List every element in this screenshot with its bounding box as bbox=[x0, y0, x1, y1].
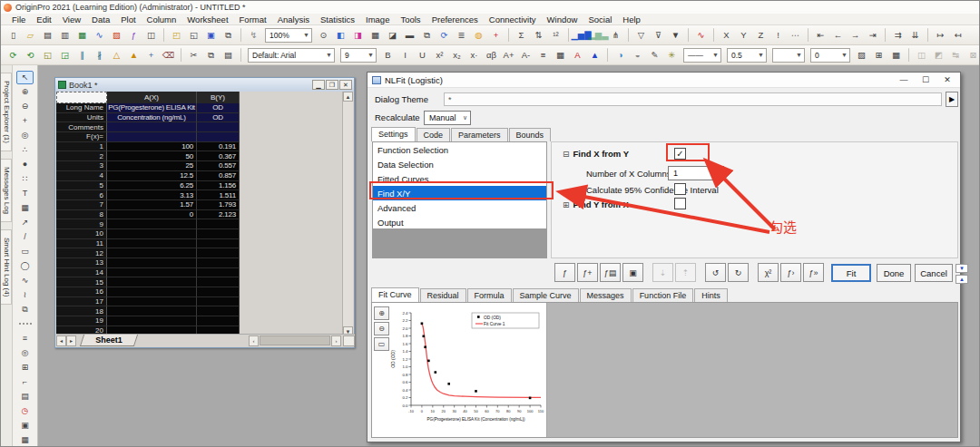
cell-a[interactable] bbox=[107, 268, 197, 278]
cell-a[interactable]: 100 bbox=[107, 142, 197, 152]
sheet-tab[interactable]: Sheet1 bbox=[80, 335, 138, 346]
cell-b[interactable]: OD bbox=[197, 113, 240, 123]
row-header[interactable]: 16 bbox=[56, 287, 107, 297]
cell-b[interactable] bbox=[197, 268, 240, 278]
smart-hint-log-tab[interactable]: Smart Hint Log (4) bbox=[1, 229, 12, 305]
cell-b[interactable]: 1.156 bbox=[197, 181, 240, 191]
table-format-icon[interactable]: ▦ bbox=[888, 47, 904, 63]
script-window-icon[interactable]: ◪ bbox=[385, 27, 400, 43]
bold-icon[interactable]: B bbox=[380, 47, 396, 63]
cell-b[interactable]: 0.367 bbox=[197, 151, 240, 161]
prev-sheet-icon[interactable]: ◂ bbox=[56, 335, 66, 346]
arrow-tool-icon[interactable]: ↗ bbox=[16, 216, 34, 229]
zoom-out-tool-icon[interactable]: ⊖ bbox=[16, 100, 34, 113]
cell-b[interactable]: 1.511 bbox=[197, 190, 240, 200]
book1-title-bar[interactable]: Book1 * ▁ ❐ ✕ bbox=[55, 78, 354, 92]
move-left-icon[interactable]: ↤ bbox=[950, 27, 965, 43]
cell-b[interactable]: 0.557 bbox=[197, 161, 240, 171]
separator[interactable] bbox=[163, 28, 164, 42]
separator[interactable] bbox=[908, 48, 909, 62]
copy-icon[interactable]: ⧉ bbox=[203, 47, 219, 63]
new-graph-icon[interactable]: ∿ bbox=[92, 27, 107, 43]
fill-pattern-icon[interactable]: ▨ bbox=[854, 47, 869, 63]
separator[interactable] bbox=[508, 28, 509, 42]
preview-tab[interactable]: Function File bbox=[632, 288, 694, 302]
pivot-table-icon[interactable]: ◲ bbox=[57, 47, 73, 63]
data-selector-tool-icon[interactable]: ● bbox=[16, 158, 34, 171]
messages-log-tab[interactable]: Messages Log bbox=[1, 159, 12, 222]
font-color-icon[interactable]: A bbox=[570, 47, 585, 63]
cell-b[interactable]: OD bbox=[197, 103, 240, 113]
select-all-corner-cell[interactable] bbox=[56, 92, 107, 103]
insert-notes-icon[interactable]: ▤ bbox=[16, 390, 34, 403]
line-width-combo[interactable]: 0.5▼ bbox=[727, 48, 767, 63]
row-header[interactable]: 1 bbox=[56, 142, 107, 152]
plot-rescale-icon[interactable]: ▭ bbox=[374, 337, 389, 351]
add-app-icon[interactable]: ◍ bbox=[471, 27, 486, 43]
text-tool-icon[interactable]: T bbox=[16, 187, 34, 200]
cell-b[interactable] bbox=[197, 287, 240, 297]
find-x-from-y-checkbox[interactable]: ✓ bbox=[674, 148, 686, 160]
fill-color-icon[interactable]: ◑ bbox=[612, 47, 628, 63]
delete-data-icon[interactable]: ⌫ bbox=[161, 47, 176, 63]
menu-item[interactable]: Format bbox=[234, 15, 272, 24]
apps-gallery-icon[interactable]: ▦ bbox=[368, 27, 383, 43]
bar-plot-icon[interactable]: ▂▆▃ bbox=[591, 27, 606, 43]
cell-b[interactable] bbox=[197, 248, 240, 258]
line-style-combo[interactable]: ——▼ bbox=[683, 48, 721, 63]
paste-icon[interactable]: ▤ bbox=[220, 47, 236, 63]
scroll-up-icon[interactable]: ▲ bbox=[343, 92, 353, 102]
freehand-tool-icon[interactable]: ≀ bbox=[16, 288, 34, 302]
font-name-combo[interactable]: Default: Arial▼ bbox=[248, 48, 335, 63]
scroll-left-icon[interactable]: ‹ bbox=[249, 335, 259, 346]
row-header[interactable]: 3 bbox=[56, 161, 107, 171]
preview-tab[interactable]: Messages bbox=[580, 288, 632, 302]
save-fdf-icon[interactable]: ▣ bbox=[622, 263, 643, 282]
insert-date-time-icon[interactable]: ◷ bbox=[16, 404, 34, 418]
stats-plot-icon[interactable]: ⋔ bbox=[608, 27, 623, 43]
add-column-icon[interactable]: + bbox=[488, 27, 504, 43]
row-header[interactable]: 8 bbox=[56, 210, 107, 220]
separator[interactable] bbox=[181, 48, 181, 62]
save-template-icon[interactable]: ⧉ bbox=[220, 27, 236, 43]
unmask-icon[interactable]: ▲ bbox=[126, 47, 142, 63]
duplicate-window-icon[interactable]: ⧉ bbox=[419, 27, 435, 43]
recalculate-icon[interactable]: ⟳ bbox=[5, 47, 21, 63]
next-point-icon[interactable]: → bbox=[848, 27, 863, 43]
resize-grip[interactable] bbox=[343, 335, 355, 346]
preview-tab[interactable]: Residual bbox=[420, 288, 466, 302]
sub-super-icon[interactable]: x· bbox=[466, 47, 482, 63]
spike-lines-icon[interactable]: ∿ bbox=[693, 27, 709, 43]
menu-item[interactable]: Preferences bbox=[426, 15, 484, 24]
cell-a[interactable]: 25 bbox=[107, 161, 197, 171]
row-header[interactable]: Long Name bbox=[56, 103, 107, 113]
reapply-filter-icon[interactable]: ▼ bbox=[668, 27, 683, 43]
new-function-icon[interactable]: ƒ bbox=[126, 27, 142, 43]
cell-b[interactable] bbox=[197, 277, 240, 287]
new-project-icon[interactable]: ▯ bbox=[5, 27, 21, 43]
underline-icon[interactable]: U bbox=[415, 47, 430, 63]
menu-item[interactable]: Analysis bbox=[272, 15, 315, 24]
unstack-columns-icon[interactable]: ∦ bbox=[92, 47, 107, 63]
cell-a[interactable] bbox=[107, 306, 197, 316]
sort-descending-icon[interactable]: ⇡ bbox=[675, 263, 696, 282]
cell-a[interactable] bbox=[107, 122, 197, 132]
row-header[interactable]: 5 bbox=[56, 181, 107, 191]
axis-z-icon[interactable]: Z bbox=[753, 27, 769, 43]
superscript-icon[interactable]: x² bbox=[432, 47, 447, 63]
new-workbook-icon[interactable]: ▥ bbox=[57, 27, 73, 43]
screen-capture-icon[interactable]: ⊙ bbox=[316, 27, 331, 43]
vertical-scrollbar[interactable]: ▲ ▼ bbox=[342, 92, 353, 336]
cancel-button[interactable]: Cancel bbox=[915, 264, 953, 282]
cell-b[interactable]: 1.793 bbox=[197, 200, 240, 210]
separator[interactable] bbox=[628, 28, 629, 42]
plot-zoom-in-icon[interactable]: ⊕ bbox=[374, 306, 389, 320]
cell-b[interactable] bbox=[197, 219, 240, 229]
menu-item[interactable]: Tools bbox=[395, 15, 426, 24]
refresh-icon[interactable]: ⟳ bbox=[436, 27, 452, 43]
line-tool-icon[interactable]: / bbox=[16, 230, 34, 244]
exclamation-icon[interactable]: ! bbox=[770, 27, 786, 43]
collapse-dialog-button[interactable]: ▼ bbox=[956, 264, 968, 273]
row-header[interactable]: 9 bbox=[56, 219, 107, 229]
cell-a[interactable]: 0 bbox=[107, 210, 197, 220]
